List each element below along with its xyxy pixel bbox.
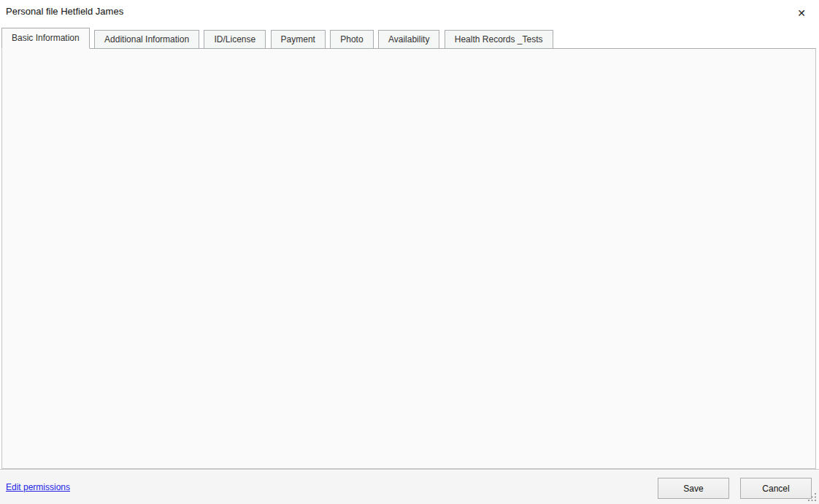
tab-availability[interactable]: Availability: [378, 30, 439, 49]
dialog-title: Personal file Hetfield James: [6, 6, 123, 17]
personal-file-dialog: Personal file Hetfield James ✕ Basic Inf…: [0, 0, 819, 504]
resize-grip-icon[interactable]: [807, 492, 817, 502]
footer-divider: [0, 469, 819, 470]
tab-health-records-tests[interactable]: Health Records _Tests: [445, 30, 553, 49]
tab-basic-information[interactable]: Basic Information: [1, 28, 90, 49]
tab-id-license[interactable]: ID/License: [204, 30, 266, 49]
cancel-button[interactable]: Cancel: [740, 478, 812, 499]
close-icon[interactable]: ✕: [794, 6, 809, 20]
tab-photo[interactable]: Photo: [330, 30, 373, 49]
tab-additional-information[interactable]: Additional Information: [94, 30, 199, 49]
tab-bar: Basic Information Additional Information…: [1, 28, 555, 49]
save-button[interactable]: Save: [658, 478, 729, 499]
edit-permissions-link[interactable]: Edit permissions: [6, 482, 70, 492]
tab-payment[interactable]: Payment: [271, 30, 326, 49]
basic-information-panel: [1, 48, 816, 469]
